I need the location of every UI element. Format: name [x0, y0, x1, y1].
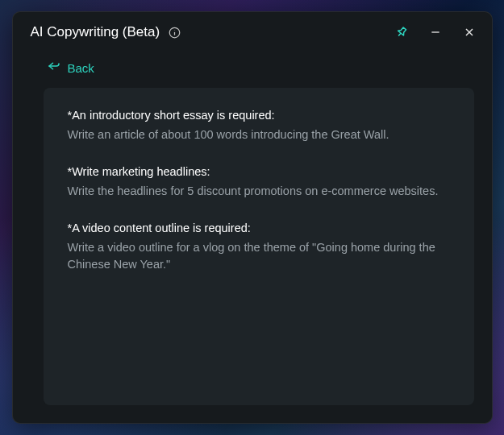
- example-description: Write the headlines for 5 discount promo…: [68, 183, 450, 201]
- minimize-button[interactable]: [427, 24, 444, 40]
- example-item: *An introductory short essay is required…: [68, 109, 450, 144]
- info-icon[interactable]: [168, 26, 181, 39]
- examples-panel: *An introductory short essay is required…: [44, 88, 474, 405]
- window-controls: [394, 24, 477, 40]
- back-label: Back: [68, 61, 94, 75]
- app-window: AI Copywriting (Beta): [12, 11, 493, 424]
- example-title: *Write marketing headlines:: [68, 165, 450, 178]
- example-item: *A video content outline is required: Wr…: [68, 222, 450, 275]
- example-description: Write an article of about 100 words intr…: [68, 126, 450, 144]
- back-button[interactable]: Back: [13, 49, 492, 88]
- svg-line-3: [398, 33, 401, 35]
- window-title: AI Copywriting (Beta): [31, 24, 160, 40]
- pin-button[interactable]: [394, 24, 410, 40]
- example-description: Write a video outline for a vlog on the …: [68, 239, 450, 275]
- back-arrow-icon: [47, 60, 61, 75]
- example-item: *Write marketing headlines: Write the he…: [68, 165, 450, 201]
- titlebar: AI Copywriting (Beta): [13, 12, 492, 49]
- close-button[interactable]: [461, 24, 477, 40]
- example-title: *An introductory short essay is required…: [68, 109, 450, 122]
- example-title: *A video content outline is required:: [68, 222, 450, 234]
